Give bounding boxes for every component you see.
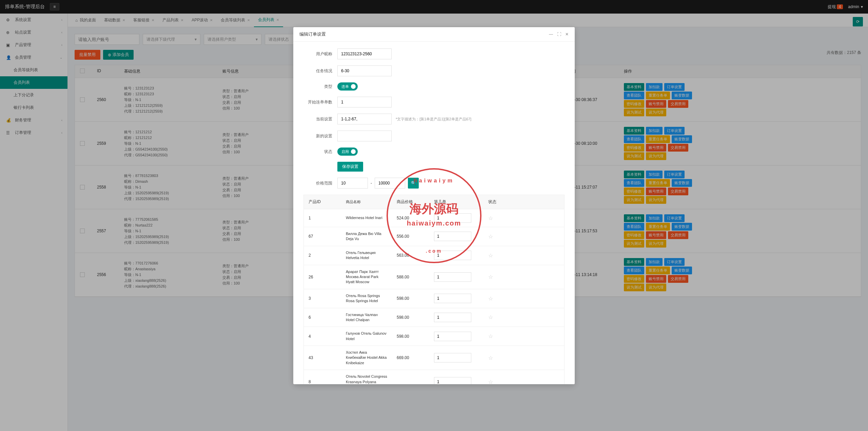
cell-product-name: Арарат Парк Хаятт Москва Ararat Park Hya… — [341, 265, 392, 289]
cell-product-price: 598.00 — [392, 289, 429, 304]
cell-product-name: Wilderness Hotel Inari — [341, 209, 392, 227]
order-number-input[interactable] — [434, 272, 471, 282]
order-settings-modal: 编辑订单设置 — ⛶ ✕ 用户昵称 任务情况 类型连单 开始连单单数 当前设置*… — [293, 27, 575, 304]
product-row: 26 Арарат Парк Хаятт Москва Ararat Park … — [304, 265, 564, 289]
product-row: 3 Отель Rosa Springs Rosa Springs Hotel … — [304, 289, 564, 304]
product-row: 2 Отель Гельвеция Helvetia Hotel 563.00 … — [304, 246, 564, 265]
cell-product-id: 2 — [304, 246, 341, 265]
task-input[interactable] — [337, 65, 392, 76]
order-number-input[interactable] — [434, 213, 471, 223]
cell-product-price: 563.00 — [392, 246, 429, 265]
star-icon[interactable]: ☆ — [488, 233, 493, 240]
user-nickname-input[interactable] — [337, 48, 392, 59]
current-setting-input[interactable] — [337, 114, 392, 124]
maximize-button[interactable]: ⛶ — [557, 32, 561, 37]
type-switch[interactable]: 连单 — [337, 82, 358, 91]
product-table: 产品ID 商品名称 商品价格 第几单 状态 1 Wilderness Hotel… — [303, 195, 565, 304]
product-row: 67 Вилла Дежа Вю Villa Deja Vu 556.00 ☆ — [304, 227, 564, 246]
star-icon[interactable]: ☆ — [488, 295, 493, 302]
status-switch[interactable]: 启用 — [337, 148, 358, 156]
search-button[interactable]: 🔍 — [408, 178, 419, 189]
star-icon[interactable]: ☆ — [488, 274, 493, 280]
cell-product-name: Вилла Дежа Вю Villa Deja Vu — [341, 227, 392, 246]
cell-product-price: 588.00 — [392, 265, 429, 289]
order-number-input[interactable] — [434, 232, 471, 241]
star-icon[interactable]: ☆ — [488, 252, 493, 259]
modal-title: 编辑订单设置 — [299, 31, 326, 37]
cell-product-name: Отель Гельвеция Helvetia Hotel — [341, 246, 392, 265]
product-row: 1 Wilderness Hotel Inari 524.00 ☆ — [304, 209, 564, 227]
cell-product-id: 67 — [304, 227, 341, 246]
new-setting-input[interactable] — [337, 131, 392, 141]
cell-product-name: Отель Rosa Springs Rosa Springs Hotel — [341, 289, 392, 304]
cell-product-id: 1 — [304, 209, 341, 227]
order-number-input[interactable] — [434, 294, 471, 303]
cell-product-price: 524.00 — [392, 209, 429, 227]
order-number-input[interactable] — [434, 251, 471, 260]
cell-product-price: 556.00 — [392, 227, 429, 246]
close-button[interactable]: ✕ — [565, 32, 569, 37]
current-hint: *文字描述为：[第1单是产品1][第2单是产品67] — [396, 117, 471, 122]
minimize-button[interactable]: — — [549, 32, 553, 37]
cell-product-id: 3 — [304, 289, 341, 304]
cell-product-id: 26 — [304, 265, 341, 289]
price-max-input[interactable] — [375, 178, 405, 189]
star-icon[interactable]: ☆ — [488, 215, 493, 221]
price-min-input[interactable] — [337, 178, 368, 189]
start-num-input[interactable] — [337, 97, 392, 107]
search-icon: 🔍 — [411, 181, 416, 185]
save-button[interactable]: 保存设置 — [337, 162, 363, 172]
